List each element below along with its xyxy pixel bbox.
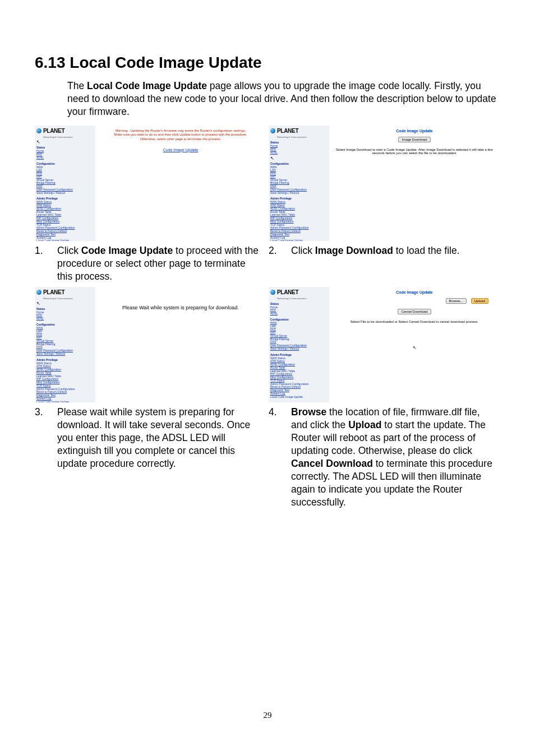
logo-text: PLANET <box>277 289 298 295</box>
page-title: Code Image Update <box>334 129 495 133</box>
shot4-main: Code Image Update Browse... Upload Cance… <box>329 287 500 402</box>
nav-head-admin: Admin Privilege <box>36 197 94 200</box>
intro-before: The <box>67 80 87 91</box>
shot2-desc: Select Image Download to start a Code Im… <box>334 148 495 155</box>
caption-1: 1. Click Code Image Update to proceed wi… <box>35 244 266 283</box>
caption-1-a: Click <box>57 245 81 256</box>
browse-button[interactable]: Browse... <box>446 298 467 304</box>
logo: PLANET <box>36 128 94 134</box>
nav-link[interactable]: Save Settings / Reboot <box>36 353 94 356</box>
cursor-icon: ↖ <box>36 301 40 306</box>
shot2-main: Code Image Update Image Download Select … <box>329 126 500 241</box>
caption-2-a: Click <box>291 245 315 256</box>
nav-link[interactable]: ADSL <box>270 312 328 316</box>
caption-3: 3. Please wait while system is preparing… <box>35 406 266 509</box>
nav-head-config: Configuration <box>270 318 328 321</box>
nav-link[interactable]: Local Code Image Update <box>36 401 94 402</box>
nav-link[interactable]: ADSL <box>270 151 328 155</box>
nav-head-config: Configuration <box>36 162 94 165</box>
shot3-sidebar: PLANET Networking & Communication ↖ Stat… <box>35 287 95 402</box>
upload-button[interactable]: Upload <box>471 298 488 304</box>
nav-head-admin: Admin Privilege <box>270 197 328 200</box>
wait-message: Please Wait while system is preparing fo… <box>100 305 261 310</box>
caption-1-b: Code Image Update <box>81 245 173 256</box>
intro-bold: Local Code Image Update <box>87 80 207 91</box>
caption-2-number: 2. <box>269 244 291 283</box>
caption-2: 2. Click Image Download to load the file… <box>269 244 500 283</box>
nav-link[interactable]: Save Settings / Reboot <box>36 192 94 195</box>
caption-3-number: 3. <box>35 406 57 509</box>
nav-head-status: Status <box>36 307 94 310</box>
nav-link[interactable]: Local Code Image Update <box>270 239 328 241</box>
warning-line-1: Warning : Updating the Router's firmware… <box>100 129 261 133</box>
nav-head-status: Status <box>36 146 94 149</box>
caption-2-c: to load the file. <box>393 245 460 256</box>
cursor-icon: ↖ <box>36 140 40 145</box>
globe-icon <box>36 128 41 133</box>
logo-subtitle: Networking & Communication <box>277 297 328 300</box>
logo-text: PLANET <box>43 128 64 134</box>
nav-link[interactable]: Local Code Image Update <box>270 396 328 399</box>
logo: PLANET <box>36 289 94 295</box>
nav-admin-list: WAN StatusATM StatusADSL ConfigurationRo… <box>270 201 328 241</box>
warning-line-3: Otherwise, select other page to terminat… <box>100 137 261 141</box>
image-download-button[interactable]: Image Download <box>398 137 430 142</box>
logo-subtitle: Networking & Communication <box>43 136 94 138</box>
nav-config-list: WANLANPPPNATVirtual ServerBridge Filteri… <box>270 322 328 351</box>
nav-link[interactable]: ADSL <box>36 317 94 321</box>
caption-4-b3: Cancel Download <box>291 458 373 469</box>
globe-icon <box>36 290 41 295</box>
caption-4-b1: Browse <box>291 406 326 418</box>
shot3-main: Please Wait while system is preparing fo… <box>95 287 266 402</box>
globe-icon <box>270 290 275 295</box>
nav-head-status: Status <box>270 302 328 305</box>
nav-head-admin: Admin Privilege <box>270 353 328 356</box>
warning-line-2: Make sure you want to do so and then cli… <box>100 133 261 137</box>
caption-1-number: 1. <box>35 244 57 283</box>
nav-head-config: Configuration <box>270 162 328 165</box>
section-heading: 6.13 Local Code Image Update <box>35 54 500 72</box>
nav-config-list: WANLANPPPNATVirtual ServerBridge Filteri… <box>36 327 94 356</box>
cursor-icon: ↖ <box>413 345 417 350</box>
logo-text: PLANET <box>43 289 64 295</box>
shot4-sidebar: PLANET Networking & Communication Status… <box>269 287 329 402</box>
nav-link[interactable]: Save Settings / Reboot <box>270 347 328 351</box>
globe-icon <box>270 128 275 133</box>
nav-status-list: HomePPPADSL <box>36 311 94 321</box>
intro-paragraph: The Local Code Image Update page allows … <box>67 80 500 118</box>
nav-link[interactable]: ADSL <box>36 156 94 160</box>
nav-head-config: Configuration <box>36 323 94 326</box>
cancel-download-button[interactable]: Cancel Download <box>398 309 431 314</box>
caption-3-text: Please wait while system is preparing fo… <box>57 406 266 509</box>
nav-config-list: WANLANPPPNATVirtual ServerBridge Filteri… <box>270 166 328 195</box>
screenshot-2: PLANET Networking & Communication Status… <box>269 126 500 241</box>
caption-4-number: 4. <box>269 406 291 509</box>
shot4-desc: Select File to be downloaded or Select C… <box>334 320 495 323</box>
logo-subtitle: Networking & Communication <box>43 297 94 300</box>
caption-4-b2: Upload <box>348 419 381 430</box>
shot2-sidebar: PLANET Networking & Communication Status… <box>269 126 329 241</box>
logo: PLANET <box>270 289 328 295</box>
shot1-main: Warning : Updating the Router's firmware… <box>95 126 266 241</box>
code-image-update-link[interactable]: Code Image Update <box>100 148 261 152</box>
page-number: 29 <box>35 711 500 720</box>
screenshot-1: PLANET Networking & Communication ↖ Stat… <box>35 126 266 241</box>
nav-head-admin: Admin Privilege <box>36 358 94 361</box>
nav-status-list: HomePPPADSL <box>36 150 94 159</box>
nav-head-status: Status <box>270 141 328 144</box>
page-title: Code Image Update <box>334 290 495 294</box>
caption-4: 4. Browse the location of file, firmware… <box>269 406 500 509</box>
logo: PLANET <box>270 128 328 134</box>
nav-admin-list: WAN StatusATM StatusADSL ConfigurationRo… <box>270 357 328 399</box>
logo-subtitle: Networking & Communication <box>277 136 328 138</box>
nav-status-list: HomePPPADSL <box>270 306 328 316</box>
nav-status-list: HomePPPADSL <box>270 145 328 154</box>
logo-text: PLANET <box>277 128 298 134</box>
screenshot-3: PLANET Networking & Communication ↖ Stat… <box>35 287 266 402</box>
nav-config-list: WANLANPPPNATVirtual ServerBridge Filteri… <box>36 166 94 195</box>
shot1-sidebar: PLANET Networking & Communication ↖ Stat… <box>35 126 95 241</box>
nav-link[interactable]: Save Settings / Reboot <box>270 192 328 195</box>
screenshot-4: PLANET Networking & Communication Status… <box>269 287 500 402</box>
nav-link[interactable]: Local Code Image Update <box>36 239 94 241</box>
cursor-icon: ↖ <box>270 156 274 161</box>
